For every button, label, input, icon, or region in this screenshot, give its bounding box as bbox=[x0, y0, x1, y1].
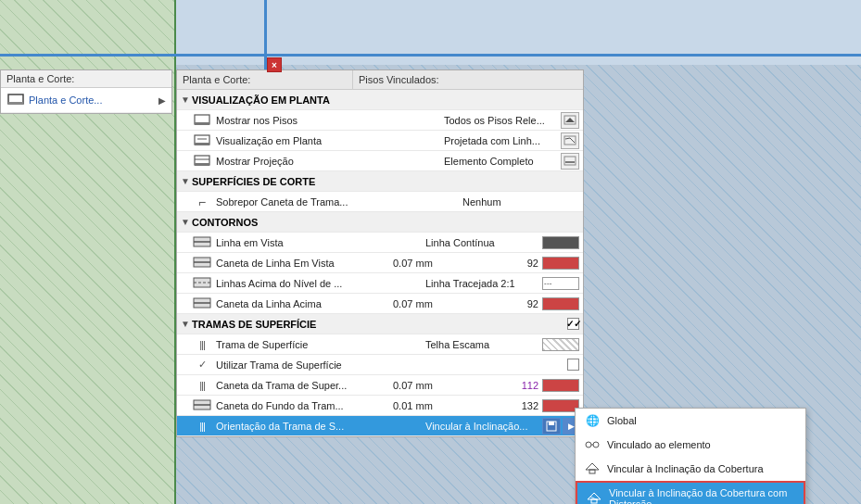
row-linha-vista: Linha em Vista Linha Contínua bbox=[177, 233, 583, 253]
ctx-icon-global: 🌐 bbox=[583, 413, 601, 428]
top-blue-line bbox=[0, 54, 861, 57]
num-caneta-linha-vista: 92 bbox=[510, 258, 542, 269]
swatch-trama-superficie bbox=[542, 338, 579, 351]
row-mostrar-projecao: Mostrar Projeção Elemento Completo bbox=[177, 151, 583, 171]
section-tramas: ▼ TRAMAS DE SUPERFÍCIE ✓ bbox=[177, 314, 583, 334]
val-mostrar-projecao: Elemento Completo bbox=[440, 156, 561, 167]
btn-mostrar-pisos[interactable] bbox=[561, 112, 579, 129]
svg-marker-29 bbox=[586, 463, 599, 470]
name-orientacao-trama: Orientação da Trama de S... bbox=[212, 421, 422, 432]
svg-rect-7 bbox=[195, 143, 209, 145]
svg-rect-12 bbox=[564, 157, 576, 165]
planta-corte-item[interactable]: Planta e Corte... ▶ bbox=[1, 88, 171, 113]
section-superficies: ▼ SUPERFÍCIES DE CORTE bbox=[177, 171, 583, 192]
val-orientacao-trama: Vincular à Inclinação... bbox=[422, 421, 542, 432]
svg-point-26 bbox=[586, 442, 591, 447]
row-caneta-linha-vista: Caneta de Linha Em Vista 0.07 mm 92 bbox=[177, 253, 583, 273]
name-linha-vista: Linha em Vista bbox=[212, 237, 422, 248]
icon-utilizar-trama: ✓ bbox=[192, 356, 212, 374]
row-linhas-acima: Linhas Acima do Nível de ... Linha Trace… bbox=[177, 273, 583, 294]
properties-panel: Planta e Corte: Pisos Vinculados: ▼ VISU… bbox=[176, 69, 584, 437]
icon-linha-vista bbox=[192, 233, 212, 252]
num-caneta-fundo: 132 bbox=[510, 400, 542, 411]
svg-rect-1 bbox=[8, 102, 23, 105]
ctx-label-global: Global bbox=[607, 415, 798, 426]
val-caneta-linha-acima: 0.07 mm bbox=[389, 298, 510, 309]
section-visualizacao-label: VISUALIZAÇÃO EM PLANTA bbox=[192, 94, 330, 106]
svg-point-27 bbox=[593, 442, 599, 447]
swatch-linha-vista bbox=[542, 236, 579, 249]
name-caneta-linha-vista: Caneta de Linha Em Vista bbox=[212, 258, 389, 269]
planta-corte-icon bbox=[6, 93, 25, 107]
orientacao-save-btn[interactable] bbox=[542, 418, 561, 435]
section-contornos-label: CONTORNOS bbox=[192, 217, 258, 228]
num-caneta-trama: 112 bbox=[510, 380, 542, 391]
row-trama-superficie: ||| Trama de Superfície Telha Escama bbox=[177, 334, 583, 355]
section-contornos: ▼ CONTORNOS bbox=[177, 212, 583, 233]
name-mostrar-projecao: Mostrar Projeção bbox=[212, 156, 440, 167]
panel-header-pisos: Pisos Vinculados: bbox=[353, 70, 445, 89]
left-panel-header: Planta e Corte: bbox=[6, 73, 74, 84]
left-nav-panel: Planta e Corte: Planta e Corte... ▶ bbox=[0, 69, 172, 114]
name-sobrepor-caneta: Sobrepor Caneta de Trama... bbox=[212, 196, 459, 208]
row-caneta-linha-acima: Caneta da Linha Acima 0.07 mm 92 bbox=[177, 294, 583, 314]
swatch-caneta-linha-acima bbox=[542, 297, 579, 310]
row-mostrar-pisos: Mostrar nos Pisos Todos os Pisos Rele... bbox=[177, 110, 583, 131]
svg-rect-25 bbox=[549, 422, 554, 425]
section-visualizacao: ▼ VISUALIZAÇÃO EM PLANTA bbox=[177, 90, 583, 110]
ctx-item-vincular-distorcao[interactable]: Vincular à Inclinação da Cobertura com D… bbox=[576, 481, 805, 504]
icon-mostrar-pisos bbox=[192, 111, 212, 130]
btn-mostrar-projecao[interactable] bbox=[561, 153, 579, 170]
val-mostrar-pisos: Todos os Pisos Rele... bbox=[440, 115, 561, 126]
name-caneta-fundo: Caneta do Fundo da Tram... bbox=[212, 400, 389, 411]
row-orientacao-trama[interactable]: ||| Orientação da Trama de S... Vincular… bbox=[177, 416, 583, 436]
icon-caneta-linha-acima bbox=[192, 295, 212, 313]
row-utilizar-trama: ✓ Utilizar Trama de Superfície bbox=[177, 355, 583, 375]
panel-header-planta: Planta e Corte: bbox=[177, 70, 353, 89]
name-utilizar-trama: Utilizar Trama de Superfície bbox=[212, 359, 447, 371]
btn-visualizacao-planta[interactable] bbox=[561, 132, 579, 149]
svg-rect-8 bbox=[564, 136, 576, 145]
name-visualizacao-planta: Visualização em Planta bbox=[212, 135, 440, 146]
ctx-item-vinculado-elemento[interactable]: Vinculado ao elemento bbox=[576, 433, 805, 457]
orientacao-action-icons: ▶ bbox=[542, 418, 579, 435]
row-visualizacao-planta: Visualização em Planta Projetada com Lin… bbox=[177, 131, 583, 151]
planta-corte-arrow: ▶ bbox=[158, 95, 166, 106]
val-linha-vista: Linha Contínua bbox=[422, 237, 542, 248]
close-button[interactable]: × bbox=[267, 57, 282, 72]
toggle-contornos[interactable]: ▼ bbox=[181, 217, 192, 227]
name-linhas-acima: Linhas Acima do Nível de ... bbox=[212, 278, 422, 289]
svg-rect-32 bbox=[591, 499, 597, 503]
swatch-linhas-acima bbox=[542, 277, 579, 290]
ctx-item-vincular-cobertura[interactable]: Vincular à Inclinação da Cobertura bbox=[576, 457, 805, 481]
name-trama-superficie: Trama de Superfície bbox=[212, 339, 422, 350]
num-caneta-linha-acima: 92 bbox=[510, 298, 542, 309]
toggle-visualizacao[interactable]: ▼ bbox=[181, 94, 192, 105]
name-caneta-trama: Caneta da Trama de Super... bbox=[212, 380, 389, 391]
tramas-checkbox[interactable]: ✓ bbox=[567, 318, 579, 330]
val-caneta-trama: 0.07 mm bbox=[389, 380, 510, 391]
ctx-label-vincular-distorcao: Vincular à Inclinação da Cobertura com D… bbox=[609, 487, 796, 504]
panel-headers: Planta e Corte: Pisos Vinculados: bbox=[177, 70, 583, 90]
val-sobrepor-caneta: Nenhum bbox=[459, 196, 579, 208]
toggle-superficies[interactable]: ▼ bbox=[181, 176, 192, 186]
ctx-label-vincular-cobertura: Vincular à Inclinação da Cobertura bbox=[607, 463, 798, 474]
icon-caneta-trama: ||| bbox=[192, 376, 212, 395]
icon-linhas-acima bbox=[192, 274, 212, 293]
val-caneta-fundo: 0.01 mm bbox=[389, 400, 510, 411]
context-menu: 🌐 Global Vinculado ao elemento Vincular … bbox=[575, 408, 806, 504]
val-trama-superficie: Telha Escama bbox=[422, 339, 542, 350]
swatch-caneta-linha-vista bbox=[542, 257, 579, 270]
icon-orientacao-trama: ||| bbox=[192, 417, 212, 435]
icon-caneta-fundo bbox=[192, 397, 212, 415]
val-caneta-linha-vista: 0.07 mm bbox=[389, 258, 510, 269]
swatch-caneta-fundo bbox=[542, 399, 579, 412]
ctx-item-global[interactable]: 🌐 Global bbox=[576, 409, 805, 433]
icon-visualizacao-planta bbox=[192, 132, 212, 150]
swatch-caneta-trama bbox=[542, 379, 579, 392]
name-mostrar-pisos: Mostrar nos Pisos bbox=[212, 115, 440, 126]
utilizar-trama-checkbox[interactable] bbox=[567, 359, 579, 371]
svg-rect-3 bbox=[195, 122, 209, 125]
toggle-tramas[interactable]: ▼ bbox=[181, 319, 192, 329]
val-linhas-acima: Linha Tracejada 2:1 bbox=[422, 278, 542, 289]
